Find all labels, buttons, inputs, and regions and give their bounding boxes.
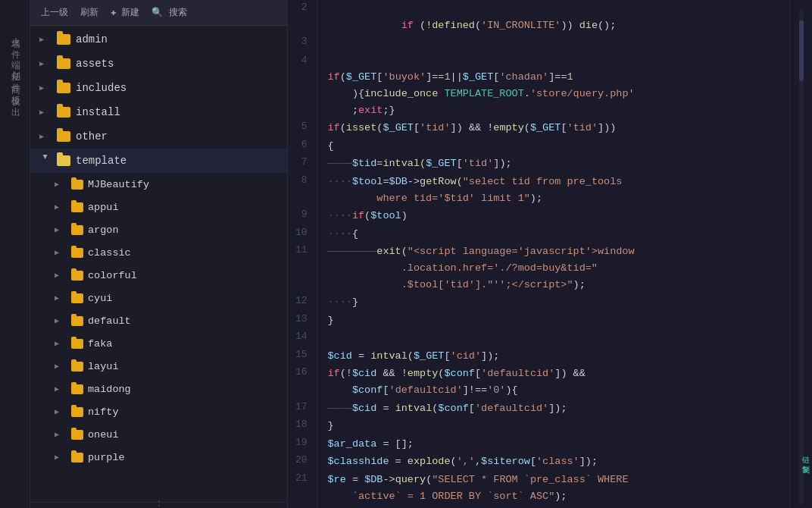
line-number: 20 — [288, 453, 317, 471]
left-label-terminal: 端 — [8, 53, 21, 55]
left-label-panel: 板设 — [8, 88, 21, 91]
code-line-8: 8 ····$tool=$DB->getRow("select tid from… — [288, 173, 789, 207]
tree-item-admin[interactable]: ▶ admin — [30, 27, 287, 52]
line-content[interactable]: { — [317, 137, 789, 155]
tree-label-other: other — [76, 130, 108, 143]
line-content[interactable] — [317, 329, 789, 347]
tree-item-other[interactable]: ▶ other — [30, 124, 287, 149]
scrollbar-track[interactable] — [799, 9, 804, 505]
line-content[interactable]: if (!defined('IN_CRONLITE')) die(); — [317, 0, 789, 34]
line-content[interactable]: ————————exit("<script language='javascri… — [317, 243, 789, 293]
folder-icon-appui — [71, 202, 83, 212]
tree-item-colorful[interactable]: ▶ colorful — [30, 264, 287, 287]
toolbar-refresh-button[interactable]: 刷新 — [76, 5, 103, 20]
line-content[interactable]: } — [317, 417, 789, 435]
code-line-17: 17 ————$cid = intval($conf['defaultcid']… — [288, 400, 789, 418]
line-content[interactable]: $qcid = ""; — [317, 505, 789, 508]
left-label-shop: 件商 — [8, 76, 21, 79]
line-content[interactable]: ····} — [317, 293, 789, 312]
code-table: 2 if (!defined('IN_CRONLITE')) die(); 3 … — [288, 0, 789, 508]
tree-item-nifty[interactable]: ▶ nifty — [30, 400, 287, 423]
tree-label-assets: assets — [76, 58, 114, 70]
tree-label-oneui: oneui — [88, 429, 119, 441]
chevron-right-icon: ▶ — [55, 453, 67, 462]
line-content[interactable]: } — [317, 312, 789, 330]
code-line-3: 3 — [288, 34, 789, 52]
line-content[interactable]: if(isset($_GET['tid']) && !empty($_GET['… — [317, 119, 789, 137]
tree-label-maidong: maidong — [88, 384, 131, 395]
line-content[interactable]: if(!$cid && !empty($conf['defaultcid']) … — [317, 365, 789, 399]
code-editor: 2 if (!defined('IN_CRONLITE')) die(); 3 … — [288, 0, 789, 508]
line-content[interactable]: ····$tool=$DB->getRow("select tid from p… — [317, 173, 789, 207]
tree-label-nifty: nifty — [88, 406, 119, 418]
line-number: 22 — [288, 505, 317, 508]
tree-item-template[interactable]: ▶ template — [30, 149, 287, 173]
copy-link-button[interactable]: 链 — [798, 447, 812, 453]
line-content[interactable]: $re = $DB->query("SELECT * FROM `pre_cla… — [317, 471, 789, 505]
chevron-right-icon: ▶ — [39, 108, 52, 117]
line-content[interactable]: ····if($tool) — [317, 207, 789, 225]
line-content[interactable]: $ar_data = []; — [317, 435, 789, 453]
line-content[interactable]: if($_GET['buyok']==1||$_GET['chadan']==1… — [317, 52, 789, 119]
sidebar-toolbar: 上一级 刷新 ✚ 新建 🔍 搜索 — [30, 0, 287, 26]
line-content[interactable] — [317, 34, 789, 52]
line-number: 19 — [288, 435, 317, 453]
line-content[interactable]: ————$tid=intval($_GET['tid']); — [317, 155, 789, 173]
code-line-10: 10 ····{ — [288, 225, 789, 243]
toolbar-back-button[interactable]: 上一级 — [36, 5, 73, 20]
tree-item-purple[interactable]: ▶ purple — [30, 446, 287, 469]
chevron-right-icon: ▶ — [55, 407, 67, 416]
toolbar-search-button[interactable]: 🔍 搜索 — [147, 5, 191, 20]
line-number: 17 — [288, 400, 317, 418]
toolbar-new-button[interactable]: ✚ 新建 — [106, 5, 144, 20]
sidebar-resize-handle[interactable]: ⋮ — [30, 502, 287, 508]
tree-item-classic[interactable]: ▶ classic — [30, 241, 287, 264]
tree-item-oneui[interactable]: ▶ oneui — [30, 423, 287, 446]
code-line-15: 15 $cid = intval($_GET['cid']); — [288, 347, 789, 365]
left-label-task: 划任 — [8, 64, 21, 67]
tree-item-default[interactable]: ▶ default — [30, 309, 287, 332]
tree-item-cyui[interactable]: ▶ cyui — [30, 287, 287, 309]
line-content[interactable]: $classhide = explode(',',$siterow['class… — [317, 453, 789, 471]
chevron-right-icon: ▶ — [39, 59, 52, 68]
folder-icon-assets — [57, 58, 70, 69]
line-number: 10 — [288, 225, 317, 243]
chevron-right-icon: ▶ — [55, 293, 67, 303]
scrollbar-thumb[interactable] — [799, 20, 804, 81]
tree-item-faka[interactable]: ▶ faka — [30, 332, 287, 355]
line-number: 16 — [288, 365, 317, 399]
tree-item-assets[interactable]: ▶ assets — [30, 52, 287, 76]
code-line-14: 14 — [288, 329, 789, 347]
tree-item-layui[interactable]: ▶ layui — [30, 355, 287, 378]
tree-label-classic: classic — [88, 247, 131, 259]
line-content[interactable]: $cid = intval($_GET['cid']); — [317, 347, 789, 365]
code-line-4: 4 if($_GET['buyok']==1||$_GET['chadan']=… — [288, 52, 789, 119]
code-line-13: 13 } — [288, 312, 789, 330]
folder-icon-default — [71, 316, 83, 326]
code-line-11: 11 ————————exit("<script language='javas… — [288, 243, 789, 293]
code-scroll-area[interactable]: 2 if (!defined('IN_CRONLITE')) die(); 3 … — [288, 0, 789, 508]
tree-item-appui[interactable]: ▶ appui — [30, 196, 287, 218]
tree-label-layui: layui — [88, 361, 119, 372]
code-line-5: 5 if(isset($_GET['tid']) && !empty($_GET… — [288, 119, 789, 137]
line-content[interactable]: ————$cid = intval($conf['defaultcid']); — [317, 400, 789, 418]
code-line-9: 9 ····if($tool) — [288, 207, 789, 225]
folder-icon-layui — [71, 362, 83, 372]
tree-item-argon[interactable]: ▶ argon — [30, 218, 287, 241]
tree-item-maidong[interactable]: ▶ maidong — [30, 378, 287, 400]
line-number: 14 — [288, 329, 317, 347]
tree-label-mjbeautify: MJBeautify — [88, 179, 149, 190]
line-content[interactable]: ····{ — [317, 225, 789, 243]
file-tree-list: ▶ admin ▶ assets ▶ includes — [30, 26, 287, 502]
tree-item-install[interactable]: ▶ install — [30, 100, 287, 124]
chevron-right-icon: ▶ — [55, 248, 67, 257]
tree-label-argon: argon — [88, 224, 119, 236]
folder-icon-other — [57, 131, 70, 142]
tree-item-includes[interactable]: ▶ includes — [30, 76, 287, 100]
code-line-6: 6 { — [288, 137, 789, 155]
code-line-22: 22 $qcid = ""; — [288, 505, 789, 508]
copy-button[interactable]: 复制 — [798, 456, 812, 463]
tree-item-mjbeautify[interactable]: ▶ MJBeautify — [30, 173, 287, 196]
folder-icon-nifty — [71, 407, 83, 417]
code-line-12: 12 ····} — [288, 293, 789, 312]
